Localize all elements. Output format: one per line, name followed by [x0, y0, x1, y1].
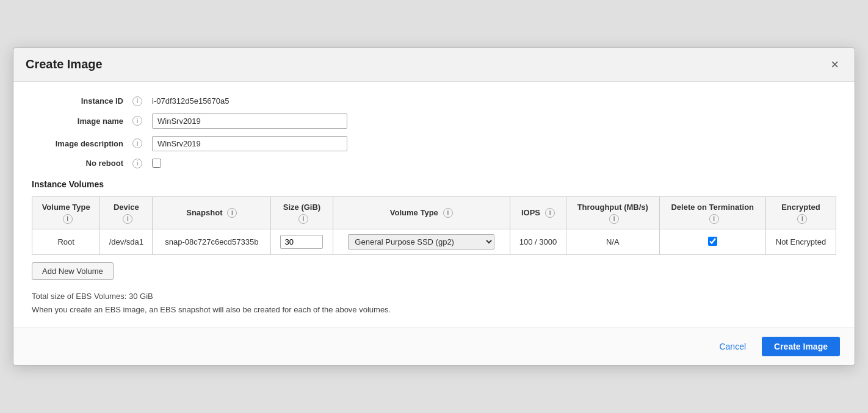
cell-delete-on-termination[interactable]	[659, 229, 765, 255]
image-desc-input[interactable]	[152, 136, 347, 151]
delete-on-termination-checkbox[interactable]	[708, 237, 717, 246]
image-desc-label: Image description	[32, 139, 129, 148]
no-reboot-label: No reboot	[32, 159, 129, 168]
form-section: Instance ID i i-07df312d5e15670a5 Image …	[32, 96, 836, 168]
dialog-title: Create Image	[26, 57, 103, 71]
th-throughput: Throughput (MB/s) i	[566, 196, 659, 229]
th-iops-icon: i	[545, 208, 555, 218]
cell-volume-type-select[interactable]: General Purpose SSD (gp2)General Purpose…	[333, 229, 510, 255]
th-encrypted: Encrypted i	[765, 196, 836, 229]
info-line1: Total size of EBS Volumes: 30 GiB	[32, 290, 836, 303]
image-desc-info-icon: i	[132, 138, 142, 148]
create-image-dialog: Create Image × Instance ID i i-07df312d5…	[13, 48, 855, 365]
instance-id-value: i-07df312d5e15670a5	[152, 96, 230, 106]
instance-id-info-icon: i	[132, 96, 142, 106]
dialog-header: Create Image ×	[13, 48, 855, 82]
th-throughput-icon: i	[609, 214, 619, 224]
no-reboot-info-icon: i	[132, 159, 142, 168]
size-input[interactable]	[280, 235, 323, 249]
volumes-table: Volume Type i Device i Snapshot	[32, 196, 836, 255]
th-delete-icon: i	[709, 214, 719, 224]
cell-throughput: N/A	[566, 229, 659, 255]
dialog-body: Instance ID i i-07df312d5e15670a5 Image …	[13, 82, 855, 328]
info-text: Total size of EBS Volumes: 30 GiB When y…	[32, 290, 836, 317]
th-volume-type-icon: i	[63, 214, 73, 224]
cell-snapshot: snap-08c727c6ecd57335b	[153, 229, 271, 255]
instance-id-row: Instance ID i i-07df312d5e15670a5	[32, 96, 836, 106]
th-delete-on-termination: Delete on Termination i	[659, 196, 765, 229]
th-volume-type-col: Volume Type i	[333, 196, 510, 229]
th-iops: IOPS i	[510, 196, 566, 229]
th-snapshot-icon: i	[227, 208, 237, 218]
th-device: Device i	[100, 196, 153, 229]
cell-iops: 100 / 3000	[510, 229, 566, 255]
volumes-section-title: Instance Volumes	[32, 179, 836, 189]
create-image-button[interactable]: Create Image	[762, 337, 840, 356]
th-size-icon: i	[298, 214, 308, 224]
table-row: Root/dev/sda1snap-08c727c6ecd57335bGener…	[32, 229, 836, 255]
add-new-volume-button[interactable]: Add New Volume	[32, 262, 114, 280]
image-desc-row: Image description i	[32, 136, 836, 151]
instance-id-label: Instance ID	[32, 96, 129, 106]
th-volume-type-col-icon: i	[443, 208, 453, 218]
th-volume-type: Volume Type i	[32, 196, 100, 229]
th-snapshot: Snapshot i	[153, 196, 271, 229]
th-encrypted-icon: i	[797, 214, 807, 224]
image-name-label: Image name	[32, 117, 129, 126]
image-name-row: Image name i	[32, 113, 836, 129]
th-size: Size (GiB) i	[271, 196, 333, 229]
close-button[interactable]: ×	[827, 57, 842, 73]
cell-size[interactable]	[271, 229, 333, 255]
cell-encrypted: Not Encrypted	[765, 229, 836, 255]
dialog-footer: Cancel Create Image	[13, 328, 855, 365]
image-name-input[interactable]	[152, 113, 347, 129]
image-name-info-icon: i	[132, 116, 142, 126]
volume-type-select[interactable]: General Purpose SSD (gp2)General Purpose…	[348, 234, 494, 250]
th-device-icon: i	[123, 214, 132, 224]
cell-volume-type: Root	[32, 229, 100, 255]
info-line2: When you create an EBS image, an EBS sna…	[32, 303, 836, 317]
no-reboot-checkbox[interactable]	[152, 159, 161, 168]
no-reboot-row: No reboot i	[32, 159, 836, 168]
cell-device: /dev/sda1	[100, 229, 153, 255]
cancel-button[interactable]: Cancel	[711, 337, 754, 356]
